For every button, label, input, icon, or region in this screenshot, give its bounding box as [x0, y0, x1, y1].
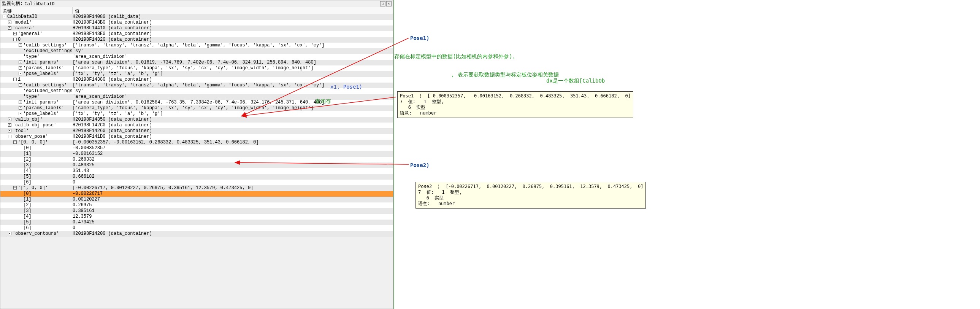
tree-value: 0.395161 — [73, 208, 393, 214]
expand-icon[interactable]: ▸ — [19, 106, 22, 110]
expand-icon[interactable]: ▸ — [19, 66, 22, 70]
collapse-icon[interactable]: - — [13, 78, 17, 81]
collapse-icon[interactable]: - — [13, 141, 17, 144]
collapse-icon[interactable]: - — [8, 135, 11, 138]
tree-row[interactable]: -'observ_pose'H20198F141D0 (data_contain… — [0, 134, 393, 140]
tree-row[interactable]: [6]0 — [0, 225, 393, 231]
tree-row[interactable]: ▸'observ_contours'H20198F14200 (data_con… — [0, 231, 393, 237]
tree-key: ▸'calib_settings' — [0, 43, 73, 48]
expand-icon[interactable]: ▸ — [8, 123, 11, 127]
tree-key-text: 'pose_labels' — [23, 111, 59, 117]
expand-icon[interactable]: ▸ — [8, 129, 11, 133]
tree-row[interactable]: ▸'calib_settings'['transx', 'transy', 't… — [0, 43, 393, 48]
tree-value: 0.26975 — [73, 202, 393, 208]
tree-row[interactable]: -'camera'H20198F14410 (data_container) — [0, 26, 393, 31]
tree-value: H20198F142C0 (data_container) — [73, 123, 393, 128]
restore-icon[interactable]: ❐ — [380, 1, 385, 6]
tree-row[interactable]: [5]0.473425 — [0, 219, 393, 225]
column-headers: 关键 值 — [0, 7, 393, 14]
tree-view[interactable]: -CalibDataIDH20198F14080 (calib_data)▸'m… — [0, 14, 393, 309]
tree-row[interactable]: -CalibDataIDH20198F14080 (calib_data) — [0, 14, 393, 20]
tree-value: 0.00120227 — [73, 197, 393, 202]
expand-icon[interactable]: ▸ — [19, 101, 22, 104]
expand-icon[interactable]: ▸ — [13, 32, 17, 35]
tooltip-pose2: Pose2 ¦ [-0.00226717, 0.00120227, 0.2697… — [415, 182, 646, 208]
tree-key-text: 'params_labels' — [23, 106, 64, 111]
tree-row[interactable]: [1]0.00120227 — [0, 197, 393, 202]
expand-icon[interactable]: ▸ — [19, 83, 22, 87]
tree-row[interactable]: ▸'calib_obj'H20198F14350 (data_container… — [0, 117, 393, 123]
expand-icon[interactable]: ▸ — [19, 72, 22, 75]
tree-key: ▸'pose_labels' — [0, 111, 73, 117]
tree-key-text: [3] — [23, 208, 32, 213]
tree-row[interactable]: [1]-0.00163152 — [0, 151, 393, 157]
header-value[interactable]: 值 — [73, 7, 393, 14]
tree-row[interactable]: [4]12.3579 — [0, 214, 393, 219]
close-icon[interactable]: ✕ — [386, 1, 391, 6]
expand-icon[interactable]: ▸ — [19, 61, 22, 64]
tree-row[interactable]: [6]0 — [0, 179, 393, 185]
tree-key: [2] — [0, 157, 73, 162]
expand-icon[interactable]: ▸ — [8, 232, 11, 235]
tree-key: [6] — [0, 179, 73, 185]
tree-key: -'observ_pose' — [0, 134, 73, 140]
tooltip-pose1: Pose1 ¦ [-0.000352357, -0.00163152, 0.26… — [397, 91, 633, 118]
tree-key-text: 'observ_pose' — [13, 134, 48, 139]
tree-value: ['area_scan_division', 0.01619, -734.789… — [73, 60, 393, 66]
tree-value: 'area_scan_division' — [73, 54, 393, 60]
tree-key: [1] — [0, 151, 73, 157]
expand-icon[interactable]: ▸ — [8, 118, 11, 121]
collapse-icon[interactable]: - — [13, 186, 17, 189]
tip2-l2: 7 值: 1 整型, — [418, 189, 462, 195]
tree-row[interactable]: [2]0.26975 — [0, 202, 393, 208]
tree-row[interactable]: -'[1, 0, 0]'[-0.00226717, 0.00120227, 0.… — [0, 185, 393, 191]
tree-key-text: 'model' — [13, 20, 32, 25]
title-label: 监视句柄: — [2, 0, 23, 7]
tree-row[interactable]: -0H20198F14320 (data_container) — [0, 37, 393, 43]
tree-key-text: [2] — [23, 202, 32, 208]
tree-row[interactable]: [5]0.666182 — [0, 174, 393, 179]
tree-row[interactable]: ▸'calib_obj_pose'H20198F142C0 (data_cont… — [0, 123, 393, 128]
expand-icon[interactable]: ▸ — [8, 21, 11, 24]
tree-value: ['camera_type', 'focus', 'kappa', 'sx', … — [73, 106, 393, 111]
collapse-icon[interactable]: - — [3, 15, 6, 18]
tree-row[interactable]: -1H20198F14380 (data_container) — [0, 77, 393, 83]
tree-row[interactable]: ▸'params_labels'['camera_type', 'focus',… — [0, 106, 393, 111]
tree-row[interactable]: ▸'general'H20198F143E0 (data_container) — [0, 31, 393, 37]
tree-key: -CalibDataID — [0, 14, 73, 20]
tree-row[interactable]: 'type''area_scan_division' — [0, 54, 393, 60]
tree-key-text: 'calib_obj_pose' — [13, 123, 56, 128]
tree-row[interactable]: [3]0.395161 — [0, 208, 393, 214]
tree-row[interactable]: -'[0, 0, 0]'[-0.000352357, -0.00163152, … — [0, 140, 393, 146]
tree-row[interactable]: [0]-0.000352357 — [0, 146, 393, 151]
tree-value: 'area_scan_division' — [73, 94, 393, 100]
tree-value: 'sy' — [73, 48, 393, 54]
green-note-1: 存储在标定模型中的数据(比如相机的内参和外参)。 — [394, 53, 518, 60]
tree-row[interactable]: ▸'params_labels'['camera_type', 'focus',… — [0, 66, 393, 71]
tree-key-text: [3] — [23, 162, 32, 168]
tree-row[interactable]: ▸'model'H20198F143B0 (data_container) — [0, 20, 393, 26]
tree-key-text: [1] — [23, 197, 32, 202]
tree-row[interactable]: ▸'init_params'['area_scan_division', 0.0… — [0, 60, 393, 66]
tree-key-text: [6] — [23, 225, 32, 231]
expand-icon[interactable]: ▸ — [19, 112, 22, 115]
tree-value: [-0.000352357, -0.00163152, 0.268332, 0.… — [73, 140, 393, 146]
tree-row[interactable]: 'excluded_settings''sy' — [0, 48, 393, 54]
tree-row[interactable]: ▸'init_params'['area_scan_division', 0.0… — [0, 100, 393, 106]
header-key[interactable]: 关键 — [0, 7, 73, 14]
tree-row[interactable]: [2]0.268332 — [0, 157, 393, 162]
tree-value: 0.666182 — [73, 174, 393, 179]
collapse-icon[interactable]: - — [13, 38, 17, 41]
tree-key: ▸'init_params' — [0, 100, 73, 106]
tree-row[interactable]: 'type''area_scan_division' — [0, 94, 393, 100]
tree-row[interactable]: [4]351.43 — [0, 168, 393, 174]
tree-row[interactable]: [3]0.483325 — [0, 162, 393, 168]
tree-key-text: 'excluded_settings' — [23, 48, 73, 54]
tree-row[interactable]: ▸'pose_labels'['tx', 'ty', 'tz', 'a', 'b… — [0, 111, 393, 117]
tree-row[interactable]: ▸'tool'H20198F14260 (data_container) — [0, 128, 393, 134]
collapse-icon[interactable]: - — [8, 26, 11, 30]
tree-row[interactable]: ▸'pose_labels'['tx', 'ty', 'tz', 'a', 'b… — [0, 71, 393, 77]
tree-value: -0.00226717 — [73, 191, 393, 197]
expand-icon[interactable]: ▸ — [19, 43, 22, 47]
tree-row[interactable]: [0]-0.00226717 — [0, 191, 393, 197]
